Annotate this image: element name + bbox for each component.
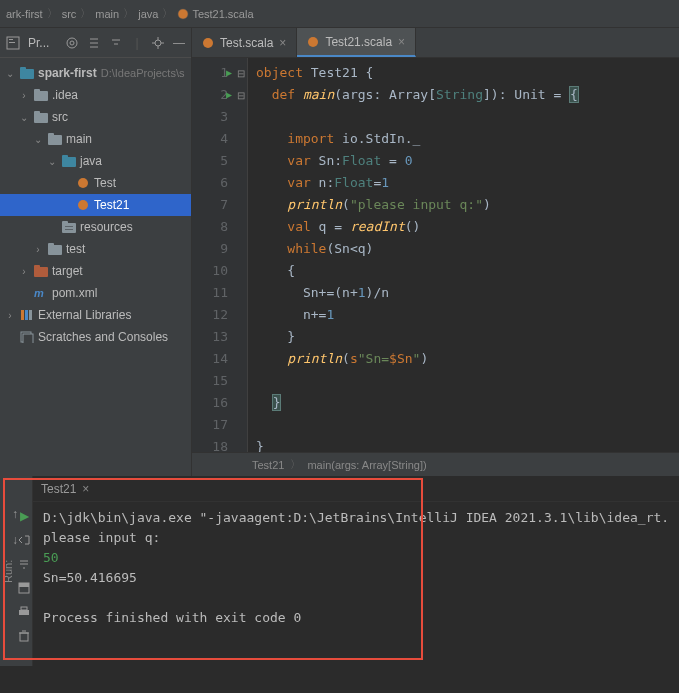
tree-folder-test[interactable]: › test	[0, 238, 191, 260]
tab-label: Test.scala	[220, 36, 273, 50]
tree-folder-main[interactable]: ⌄ main	[0, 128, 191, 150]
svg-point-34	[308, 37, 318, 47]
layout-icon[interactable]	[16, 580, 32, 596]
structure-breadcrumb: Test21 〉 main(args: Array[String])	[192, 452, 679, 476]
breadcrumb-item[interactable]: main	[95, 8, 119, 20]
tree-folder-idea[interactable]: › .idea	[0, 84, 191, 106]
structure-separator: 〉	[290, 457, 301, 472]
breadcrumb-file-label: Test21.scala	[192, 8, 253, 20]
svg-rect-24	[48, 243, 54, 247]
fold-minus-icon[interactable]: ⊟	[234, 84, 247, 106]
run-tab[interactable]: Test21	[41, 482, 76, 496]
editor-tabs: Test.scala × Test21.scala ×	[192, 28, 679, 58]
svg-rect-20	[62, 221, 68, 225]
chevron-down-icon: ⌄	[4, 67, 16, 79]
tree-label: Test21	[94, 198, 129, 212]
chevron-down-icon: ⌄	[32, 133, 44, 145]
run-gutter-icon[interactable]: ▶	[226, 62, 232, 84]
svg-point-4	[67, 38, 77, 48]
tree-folder-java[interactable]: ⌄ java	[0, 150, 191, 172]
project-sidebar: Pr... | — ⌄ spark-first D:\IdeaProjects\…	[0, 28, 192, 476]
svg-text:m: m	[34, 287, 44, 299]
print-icon[interactable]	[16, 604, 32, 620]
expand-all-icon[interactable]	[87, 35, 101, 51]
scala-file-icon	[307, 36, 319, 48]
sidebar-toolbar: Pr... | —	[0, 28, 191, 58]
tree-external-libraries[interactable]: › External Libraries	[0, 304, 191, 326]
project-view-icon[interactable]	[6, 35, 20, 51]
svg-rect-8	[20, 67, 26, 71]
svg-point-6	[155, 40, 161, 46]
trash-icon[interactable]	[16, 628, 32, 644]
run-tool-label[interactable]: Run:	[0, 476, 16, 666]
tree-file-test[interactable]: Test	[0, 172, 191, 194]
tree-folder-resources[interactable]: resources	[0, 216, 191, 238]
run-gutter-icon[interactable]: ▶	[226, 84, 232, 106]
close-icon[interactable]: ×	[82, 482, 89, 496]
fold-minus-icon[interactable]: ⊟	[234, 62, 247, 84]
svg-rect-3	[9, 42, 15, 43]
code-editor[interactable]: 1▶ 2▶ 3 4 5 6 7 8 9 10 11 12 13 14 15 16…	[192, 58, 679, 452]
structure-method[interactable]: main(args: Array[String])	[307, 459, 426, 471]
breadcrumb-item[interactable]: ark-first	[6, 8, 43, 20]
chevron-down-icon: ⌄	[46, 155, 58, 167]
svg-rect-38	[21, 607, 27, 610]
folder-icon	[34, 88, 48, 102]
tab-test21[interactable]: Test21.scala ×	[297, 28, 416, 57]
down-icon[interactable]	[16, 556, 32, 572]
console-line: D:\jdk\bin\java.exe "-javaagent:D:\JetBr…	[43, 510, 669, 525]
run-tabs: Test21 ×	[33, 476, 679, 502]
breadcrumb-file[interactable]: Test21.scala	[177, 8, 253, 20]
tree-label: pom.xml	[52, 286, 97, 300]
tree-folder-src[interactable]: ⌄ src	[0, 106, 191, 128]
collapse-all-icon[interactable]	[109, 35, 123, 51]
tree-label: spark-first	[38, 66, 97, 80]
breadcrumb-item[interactable]: src	[62, 8, 77, 20]
tree-label: main	[66, 132, 92, 146]
scala-file-icon	[177, 8, 189, 20]
main-area: Pr... | — ⌄ spark-first D:\IdeaProjects\…	[0, 28, 679, 476]
breadcrumb: ark-first 〉 src 〉 main 〉 java 〉 Test21.s…	[6, 6, 254, 21]
folder-icon	[48, 242, 62, 256]
chevron-right-icon: ›	[4, 309, 16, 321]
breadcrumb-separator: 〉	[162, 6, 173, 21]
svg-point-17	[78, 178, 88, 188]
breadcrumb-separator: 〉	[123, 6, 134, 21]
svg-rect-32	[23, 334, 33, 343]
chevron-down-icon: ⌄	[18, 111, 30, 123]
editor-area: Test.scala × Test21.scala × 1▶ 2▶ 3 4 5 …	[192, 28, 679, 476]
tree-label: test	[66, 242, 85, 256]
resources-folder-icon	[62, 220, 76, 234]
select-opened-icon[interactable]	[65, 35, 79, 51]
structure-class[interactable]: Test21	[252, 459, 284, 471]
scroll-up-icon[interactable]: ↑	[7, 506, 23, 522]
tree-label: External Libraries	[38, 308, 131, 322]
excluded-folder-icon	[34, 264, 48, 278]
breadcrumb-item[interactable]: java	[138, 8, 158, 20]
console-output[interactable]: D:\jdk\bin\java.exe "-javaagent:D:\JetBr…	[33, 502, 679, 666]
tree-path: D:\IdeaProjects\s	[101, 67, 185, 79]
tree-folder-target[interactable]: › target	[0, 260, 191, 282]
code-content[interactable]: object Test21 { def main(args: Array[Str…	[248, 58, 679, 452]
svg-point-5	[70, 41, 74, 45]
gear-icon[interactable]	[151, 35, 165, 51]
tree-scratches[interactable]: Scratches and Consoles	[0, 326, 191, 348]
scroll-down-icon[interactable]: ↓	[7, 532, 23, 548]
tree-file-test21[interactable]: Test21	[0, 194, 191, 216]
tab-test[interactable]: Test.scala ×	[192, 28, 297, 57]
svg-rect-16	[62, 155, 68, 159]
run-toolbar: ▶	[16, 476, 32, 666]
chevron-right-icon: ›	[18, 265, 30, 277]
tree-root[interactable]: ⌄ spark-first D:\IdeaProjects\s	[0, 62, 191, 84]
run-tool-window: Run: ▶ Test21 × ↑ ↓ D:\jdk\bin\java.exe …	[0, 476, 679, 666]
folder-icon	[34, 110, 48, 124]
svg-rect-21	[65, 226, 73, 227]
close-icon[interactable]: ×	[398, 35, 405, 49]
tree-label: Test	[94, 176, 116, 190]
console-line: Sn=50.416695	[43, 570, 137, 585]
maven-icon: m	[34, 286, 48, 300]
hide-icon[interactable]: —	[173, 35, 185, 51]
tree-file-pom[interactable]: m pom.xml	[0, 282, 191, 304]
close-icon[interactable]: ×	[279, 36, 286, 50]
console-line: please input q:	[43, 530, 160, 545]
